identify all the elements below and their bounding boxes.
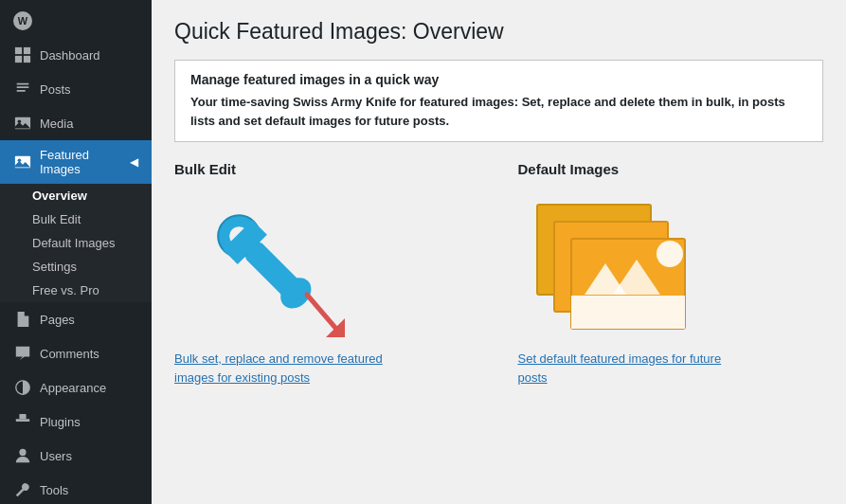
bulk-edit-title: Bulk Edit <box>174 161 480 177</box>
tools-label: Tools <box>40 483 68 497</box>
svg-point-24 <box>657 241 683 267</box>
main-content: Quick Featured Images: Overview Manage f… <box>152 0 846 504</box>
svg-rect-2 <box>15 56 22 63</box>
sidebar-item-users[interactable]: Users <box>0 439 152 473</box>
sidebar-item-posts[interactable]: Posts <box>0 72 152 106</box>
media-label: Media <box>40 117 73 131</box>
bulk-edit-link[interactable]: Bulk set, replace and remove featured im… <box>174 350 383 387</box>
svg-line-16 <box>307 295 335 328</box>
dashboard-icon <box>13 45 32 64</box>
banner-heading: Manage featured images in a quick way <box>190 72 807 87</box>
page-title: Quick Featured Images: Overview <box>174 19 823 45</box>
submenu-item-settings[interactable]: Settings <box>0 255 152 279</box>
svg-rect-21 <box>571 296 685 329</box>
info-banner: Manage featured images in a quick way Yo… <box>174 60 823 142</box>
appearance-label: Appearance <box>40 381 106 395</box>
sidebar-item-dashboard[interactable]: Dashboard <box>0 38 152 72</box>
red-arrow-icon <box>297 285 354 342</box>
pages-icon <box>13 310 32 329</box>
svg-rect-1 <box>24 47 30 54</box>
bulk-edit-icon-area <box>174 190 364 342</box>
comments-icon <box>13 344 32 363</box>
featured-images-submenu: Overview Bulk Edit Default Images Settin… <box>0 184 152 302</box>
sidebar-item-tools[interactable]: Tools <box>0 473 152 504</box>
submenu-item-bulk-edit[interactable]: Bulk Edit <box>0 207 152 231</box>
default-images-icon-area <box>518 190 708 342</box>
sidebar-item-media[interactable]: Media <box>0 106 152 140</box>
featured-images-arrow: ◀ <box>130 155 138 169</box>
plugins-icon <box>13 412 32 431</box>
posts-label: Posts <box>40 82 71 97</box>
cards-row: Bulk Edit Bulk se <box>174 161 823 387</box>
users-icon <box>13 446 32 465</box>
comments-label: Comments <box>40 347 99 361</box>
gallery-icon <box>528 195 698 337</box>
users-label: Users <box>40 449 72 463</box>
sidebar: W Dashboard Posts Media Featured Images … <box>0 0 152 504</box>
default-images-title: Default Images <box>518 161 824 177</box>
appearance-icon <box>13 378 32 397</box>
tools-icon <box>13 480 32 499</box>
svg-rect-0 <box>15 47 22 54</box>
default-images-card: Default Images <box>518 161 824 387</box>
sidebar-item-featured-images[interactable]: Featured Images ◀ <box>0 140 152 184</box>
wp-logo-icon: W <box>13 11 32 30</box>
banner-text: Your time-saving Swiss Army Knife for fe… <box>190 93 807 130</box>
dashboard-label: Dashboard <box>40 48 100 63</box>
posts-icon <box>13 80 32 99</box>
svg-rect-3 <box>24 56 30 63</box>
default-images-link[interactable]: Set default featured images for future p… <box>518 350 727 387</box>
sidebar-item-appearance[interactable]: Appearance <box>0 370 152 405</box>
bulk-edit-card: Bulk Edit Bulk se <box>174 161 480 387</box>
wp-logo: W <box>0 0 152 38</box>
sidebar-item-pages[interactable]: Pages <box>0 302 152 336</box>
submenu-item-default-images[interactable]: Default Images <box>0 231 152 255</box>
plugins-label: Plugins <box>40 415 81 429</box>
submenu-item-overview[interactable]: Overview <box>0 184 152 207</box>
submenu-item-free-vs-pro[interactable]: Free vs. Pro <box>0 279 152 302</box>
svg-point-10 <box>19 449 26 456</box>
featured-images-icon <box>13 153 32 171</box>
sidebar-item-comments[interactable]: Comments <box>0 336 152 370</box>
sidebar-item-plugins[interactable]: Plugins <box>0 405 152 439</box>
pages-label: Pages <box>40 313 75 327</box>
media-icon <box>13 114 32 133</box>
featured-images-label: Featured Images <box>40 148 122 176</box>
svg-rect-9 <box>19 414 26 419</box>
